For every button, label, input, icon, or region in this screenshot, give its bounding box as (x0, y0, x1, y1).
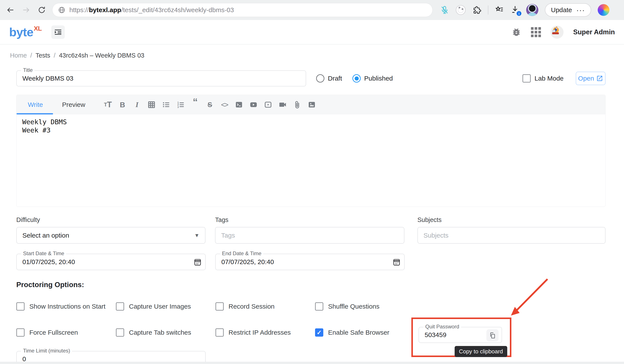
editor-line: Week #3 (22, 126, 600, 135)
back-button[interactable] (5, 5, 16, 15)
browser-update-button[interactable]: Update ··· (545, 3, 591, 17)
draft-radio-icon[interactable] (316, 74, 324, 83)
record-video-button[interactable] (278, 99, 287, 110)
url-text: https://bytexl.app/tests/_edit/43rc6z4sh… (69, 6, 234, 14)
lab-mode-toggle[interactable]: Lab Mode (522, 74, 564, 83)
breadcrumb-home[interactable]: Home (10, 52, 27, 59)
proctoring-heading: Proctoring Options: (16, 281, 605, 289)
option-enable-safe-browser[interactable]: ✓ Enable Safe Browser (315, 328, 415, 337)
page: https://bytexl.app/tests/_edit/43rc6z4sh… (0, 0, 624, 364)
blockquote-button[interactable]: „ (191, 98, 200, 109)
tags-label: Tags (215, 216, 404, 224)
window-bottom-edge (0, 362, 624, 364)
checkbox[interactable] (116, 328, 124, 337)
checkbox[interactable] (16, 328, 25, 337)
user-avatar[interactable] (550, 26, 564, 39)
microphone-muted-icon[interactable] (440, 5, 449, 15)
open-button[interactable]: Open (576, 72, 605, 85)
forward-arrow-icon (22, 6, 30, 14)
editor-line: Weekly DBMS (22, 118, 600, 126)
text-size-button[interactable]: TT (104, 99, 112, 110)
video-embed-button[interactable] (264, 99, 272, 110)
option-capture-tab-switches[interactable]: Capture Tab switches (116, 328, 215, 337)
tab-write[interactable]: Write (17, 95, 52, 114)
calendar-icon (392, 258, 401, 266)
published-radio-icon[interactable] (352, 74, 361, 83)
difficulty-select[interactable]: Select an option ▼ (16, 227, 206, 244)
user-name[interactable]: Super Admin (573, 28, 615, 36)
lab-mode-checkbox[interactable] (522, 74, 531, 83)
italic-button[interactable]: I (133, 99, 141, 110)
apps-grid-icon[interactable] (531, 27, 541, 37)
reload-icon (37, 6, 46, 14)
option-show-instructions[interactable]: Show Instructions on Start (16, 302, 116, 311)
copy-tooltip: Copy to clipboard (455, 346, 507, 357)
update-label: Update (551, 6, 572, 14)
option-capture-user-images[interactable]: Capture User Images (116, 302, 215, 311)
radio-published[interactable]: Published (352, 74, 393, 83)
checkbox[interactable] (315, 302, 323, 311)
external-link-icon (596, 75, 603, 82)
bold-button[interactable]: B (118, 99, 127, 110)
option-label: Capture User Images (129, 303, 191, 310)
copilot-icon[interactable] (598, 4, 609, 16)
calendar-icon (193, 258, 202, 266)
option-force-fullscreen[interactable]: Force Fullscreen (16, 328, 116, 337)
option-shuffle-questions[interactable]: Shuffle Questions (315, 302, 415, 311)
sidebar-toggle-button[interactable] (51, 25, 65, 39)
terminal-embed-button[interactable] (234, 99, 243, 110)
end-date-picker-button[interactable] (389, 254, 404, 270)
bytexl-logo[interactable]: byteXL (9, 26, 41, 38)
favorites-star-list-icon[interactable] (495, 5, 504, 15)
checkbox-checked[interactable]: ✓ (315, 328, 323, 337)
code-button[interactable]: <> (220, 99, 229, 110)
reload-button[interactable] (37, 5, 47, 15)
proctoring-options-grid: Show Instructions on Start Capture User … (16, 302, 605, 337)
end-date-label: End Date & Time (220, 250, 263, 256)
table-button[interactable] (147, 99, 156, 110)
bullet-list-button[interactable] (162, 99, 170, 110)
extensions-puzzle-icon[interactable] (472, 5, 481, 15)
checkbox[interactable] (215, 302, 224, 311)
downloads-button[interactable]: i (511, 5, 520, 15)
copy-icon (489, 332, 496, 339)
editor-toolbar-bar: Write Preview TT B I 123 „ S <> (17, 95, 605, 114)
status-radio-group: Draft Published (316, 74, 393, 83)
editor-content[interactable]: Weekly DBMS Week #3 (17, 114, 605, 206)
address-bar[interactable]: https://bytexl.app/tests/_edit/43rc6z4sh… (52, 3, 433, 17)
end-date-field: End Date & Time (215, 254, 405, 270)
checkbox[interactable] (116, 302, 124, 311)
start-date-label: Start Date & Time (21, 250, 66, 256)
option-label: Capture Tab switches (129, 329, 191, 336)
title-input[interactable] (17, 71, 306, 86)
browser-toolbar: https://bytexl.app/tests/_edit/43rc6z4sh… (0, 0, 624, 20)
checkbox[interactable] (16, 302, 25, 311)
attachment-button[interactable] (293, 99, 302, 110)
breadcrumb-tests[interactable]: Tests (35, 52, 50, 59)
browser-profile-avatar[interactable] (526, 4, 538, 16)
strikethrough-button[interactable]: S (206, 99, 214, 110)
subjects-input[interactable] (423, 232, 599, 239)
description-editor: Write Preview TT B I 123 „ S <> (16, 95, 605, 207)
option-label: Record Session (229, 303, 275, 310)
radio-draft[interactable]: Draft (316, 74, 342, 83)
numbered-list-button[interactable]: 123 (176, 99, 185, 110)
option-record-session[interactable]: Record Session (215, 302, 315, 311)
start-date-picker-button[interactable] (190, 254, 205, 270)
tab-preview[interactable]: Preview (52, 95, 95, 114)
youtube-embed-button[interactable] (249, 99, 258, 110)
tracking-shield-icon[interactable] (456, 5, 466, 15)
option-label: Restrict IP Addresses (229, 329, 291, 336)
checkbox[interactable] (215, 328, 224, 337)
option-label: Force Fullscreen (29, 329, 78, 336)
image-button[interactable] (308, 99, 316, 110)
breadcrumb-separator: / (30, 52, 32, 59)
test-edit-form: Title Draft Published Lab Mode Open (16, 70, 605, 364)
option-label: Show Instructions on Start (29, 303, 105, 310)
tags-input[interactable] (221, 232, 398, 239)
bug-report-icon[interactable] (511, 27, 521, 37)
option-restrict-ip[interactable]: Restrict IP Addresses (215, 328, 315, 337)
copy-password-button[interactable] (486, 329, 498, 341)
more-options-dots-icon[interactable]: ··· (576, 6, 585, 14)
forward-button[interactable] (21, 5, 31, 15)
